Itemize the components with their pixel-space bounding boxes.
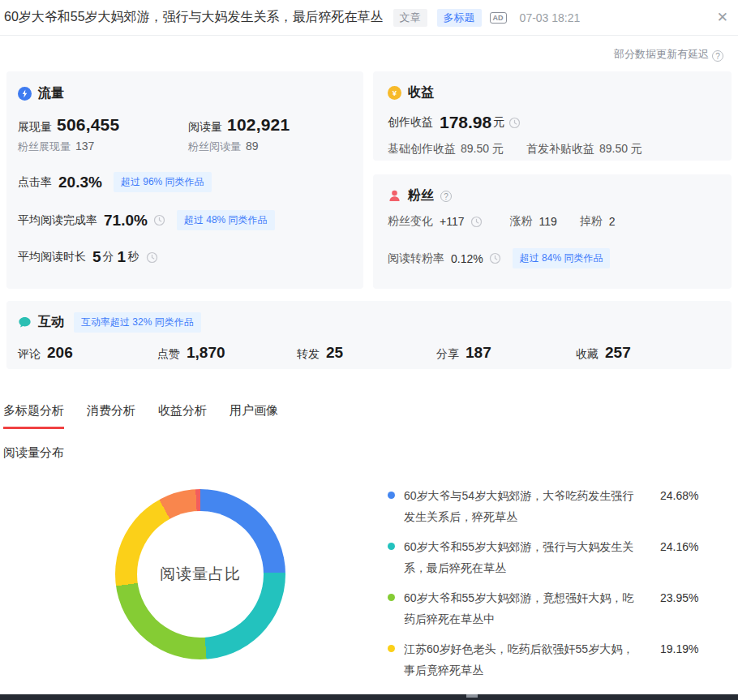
article-type-badge: 文章: [393, 9, 427, 27]
ctr-value: 20.3%: [58, 174, 102, 191]
shares-value: 187: [466, 344, 491, 362]
conversion-value: 0.12%: [451, 252, 483, 265]
impressions-value: 506,455: [57, 115, 119, 134]
traffic-card-title: 流量: [38, 85, 64, 102]
legend-item[interactable]: 江苏60岁好色老头，吃药后欲强奸55岁大妈，事后竟猝死草丛19.19%: [388, 638, 698, 681]
subsidy-revenue: 首发补贴收益89.50 元: [526, 142, 642, 157]
favorites-value: 257: [605, 344, 631, 362]
impressions-stat: 展现量506,455: [18, 115, 188, 135]
conversion-row: 阅读转粉率 0.12% 超过 84% 同类作品: [388, 248, 717, 268]
fan-reads-value: 89: [246, 140, 259, 152]
help-icon[interactable]: ?: [712, 50, 723, 62]
revenue-card: ¥ 收益 创作收益 178.98 元 基础创作收益89.50 元 首发补贴收益8…: [373, 71, 732, 161]
fans-card-title: 粉丝: [408, 187, 434, 204]
reads-value: 102,921: [227, 115, 290, 134]
article-title: 60岁大爷和55岁大妈郊游，强行与大妈发生关系，最后猝死在草丛: [4, 9, 384, 26]
clock-icon: [146, 251, 158, 264]
legend-label: 60岁大爷与54岁大妈郊游，大爷吃药发生强行发生关系后，猝死草丛: [404, 485, 644, 527]
legend-item[interactable]: 60岁大爷和55岁大妈郊游，强行与大妈发生关系，最后猝死在草丛24.16%: [388, 536, 698, 578]
ctr-rank-badge: 超过 96% 同类作品: [114, 172, 212, 192]
taskbar-edge-notch: [466, 694, 478, 698]
completion-value: 71.0%: [104, 212, 148, 230]
multi-title-badge: 多标题: [437, 9, 482, 27]
legend-percentage: 24.68%: [660, 485, 698, 527]
completion-row: 平均阅读完成率 71.0% 超过 48% 同类作品: [18, 210, 352, 230]
fan-gain-value: 119: [539, 215, 557, 228]
traffic-card: 流量 展现量506,455 阅读量102,921 粉丝展现量137 粉丝阅读量8…: [6, 71, 363, 289]
tab-user-profile[interactable]: 用户画像: [230, 403, 278, 429]
duration-row: 平均阅读时长 5 分 1 秒: [18, 248, 352, 266]
duration-min-value: 5: [92, 248, 101, 266]
legend-dot-icon: [388, 492, 395, 499]
interaction-card: 互动 互动率超过 32% 同类作品 评论206 点赞1,870 转发25 分享1…: [6, 301, 732, 369]
conversion-rank-badge: 超过 84% 同类作品: [513, 248, 611, 268]
likes-stat: 点赞1,870: [157, 344, 297, 362]
creation-revenue-value: 178.98: [440, 113, 491, 132]
completion-rank-badge: 超过 48% 同类作品: [177, 210, 275, 230]
clock-icon: [489, 252, 501, 264]
legend-label: 60岁大爷和55岁大妈郊游，竟想强奸大妈，吃药后猝死在草丛中: [404, 587, 644, 629]
donut-hole: 阅读量占比: [137, 511, 264, 638]
analytics-modal: 60岁大爷和55岁大妈郊游，强行与大妈发生关系，最后猝死在草丛 文章 多标题 A…: [0, 0, 738, 700]
revenue-card-title: 收益: [408, 84, 434, 101]
fan-impressions-stat: 粉丝展现量137: [18, 140, 188, 154]
legend-item[interactable]: 60岁大爷与54岁大妈郊游，大爷吃药发生强行发生关系后，猝死草丛24.68%: [388, 485, 698, 527]
svg-text:¥: ¥: [393, 88, 397, 97]
legend-item[interactable]: 60岁大爷和55岁大妈郊游，竟想强奸大妈，吃药后猝死在草丛中23.95%: [388, 587, 698, 629]
legend-dot-icon: [388, 645, 395, 652]
interaction-card-title: 互动: [38, 314, 64, 331]
subsidy-revenue-value: 89.50 元: [599, 142, 642, 155]
comments-value: 206: [47, 344, 73, 362]
base-revenue: 基础创作收益89.50 元: [388, 142, 504, 157]
chat-bubble-icon: [18, 316, 32, 329]
close-icon[interactable]: ✕: [717, 11, 728, 24]
ctr-row: 点击率 20.3% 超过 96% 同类作品: [18, 172, 352, 192]
comments-stat: 评论206: [18, 344, 157, 362]
publish-timestamp: 07-03 18:21: [520, 11, 581, 24]
taskbar-edge: [0, 694, 738, 700]
data-delay-text: 部分数据更新有延迟: [614, 48, 709, 60]
data-delay-notice: 部分数据更新有延迟?: [0, 36, 738, 62]
interaction-rank-badge: 互动率超过 32% 同类作品: [74, 312, 201, 333]
lightning-icon: [18, 87, 32, 101]
legend-dot-icon: [388, 594, 395, 601]
person-icon: [388, 189, 401, 203]
donut-center-label: 阅读量占比: [160, 564, 241, 585]
chart-legend: 60岁大爷与54岁大妈郊游，大爷吃药发生强行发生关系后，猝死草丛24.68%60…: [388, 461, 698, 700]
section-title-read-distribution: 阅读量分布: [0, 429, 738, 461]
legend-percentage: 24.16%: [660, 536, 698, 578]
fan-impressions-value: 137: [75, 140, 94, 152]
modal-header: 60岁大爷和55岁大妈郊游，强行与大妈发生关系，最后猝死在草丛 文章 多标题 A…: [0, 0, 738, 36]
tab-multi-title-analysis[interactable]: 多标题分析: [3, 403, 64, 429]
tab-revenue-analysis[interactable]: 收益分析: [158, 403, 207, 429]
clock-icon: [508, 117, 521, 129]
tab-consumption-analysis[interactable]: 消费分析: [87, 403, 135, 429]
analysis-tabs: 多标题分析 消费分析 收益分析 用户画像: [0, 369, 738, 429]
legend-label: 江苏60岁好色老头，吃药后欲强奸55岁大妈，事后竟猝死草丛: [404, 638, 644, 681]
help-icon[interactable]: ?: [440, 191, 452, 202]
fan-change-row: 粉丝变化 +117 涨粉 119 掉粉 2: [388, 214, 717, 229]
fan-loss-value: 2: [609, 215, 616, 228]
shares-stat: 分享187: [436, 344, 576, 362]
base-revenue-value: 89.50 元: [461, 142, 504, 155]
favorites-stat: 收藏257: [576, 344, 715, 362]
reposts-stat: 转发25: [297, 344, 436, 362]
fans-card: 粉丝 ? 粉丝变化 +117 涨粉 119 掉粉 2 阅读转粉率: [373, 174, 732, 289]
clock-icon: [470, 216, 483, 228]
likes-value: 1,870: [187, 344, 225, 362]
fan-change-value: +117: [440, 215, 465, 228]
legend-percentage: 19.19%: [660, 638, 698, 681]
legend-label: 60岁大爷和55岁大妈郊游，强行与大妈发生关系，最后猝死在草丛: [404, 536, 644, 578]
reads-stat: 阅读量102,921: [188, 115, 352, 135]
coin-icon: ¥: [388, 86, 401, 100]
clock-icon: [153, 214, 165, 226]
duration-sec-value: 1: [118, 248, 127, 266]
legend-dot-icon: [388, 543, 395, 550]
legend-percentage: 23.95%: [660, 587, 698, 629]
read-distribution-chart: 阅读量占比 60岁大爷与54岁大妈郊游，大爷吃药发生强行发生关系后，猝死草丛24…: [0, 461, 738, 700]
fan-reads-stat: 粉丝阅读量89: [188, 140, 352, 154]
reposts-value: 25: [326, 344, 343, 362]
ad-icon: AD: [490, 12, 507, 24]
creation-revenue-row: 创作收益 178.98 元: [388, 113, 717, 132]
